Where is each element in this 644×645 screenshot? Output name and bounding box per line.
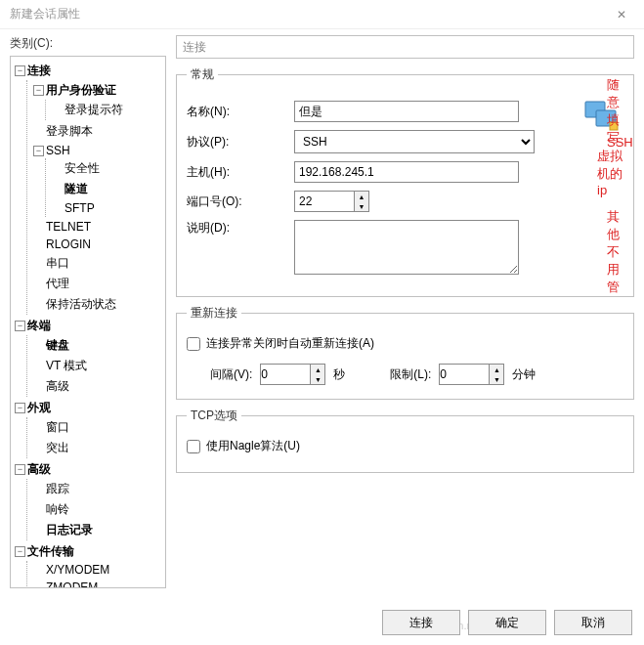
min-label: 分钟 — [512, 366, 536, 383]
tree-window[interactable]: 窗口 — [31, 418, 163, 437]
desc-textarea[interactable] — [294, 220, 519, 275]
auto-reconnect-label: 连接异常关闭时自动重新连接(A) — [206, 335, 374, 352]
tree-highlight[interactable]: 突出 — [31, 439, 163, 457]
tree-logging[interactable]: 日志记录 — [31, 521, 163, 539]
collapse-icon[interactable]: − — [33, 85, 44, 96]
close-button[interactable]: ✕ — [599, 0, 644, 29]
tree-login-prompt[interactable]: 登录提示符 — [50, 101, 163, 119]
sec-label: 秒 — [333, 366, 345, 383]
tree-proxy[interactable]: 代理 — [31, 275, 163, 293]
tree-filetransfer[interactable]: −文件传输 — [13, 542, 163, 561]
footer: 连接 确定 取消 — [382, 610, 632, 635]
tree-ssh-security[interactable]: 安全性 — [50, 159, 163, 178]
tree-login-script[interactable]: 登录脚本 — [31, 122, 163, 141]
protocol-label: 协议(P): — [187, 134, 294, 150]
collapse-icon[interactable]: − — [15, 546, 25, 557]
category-tree[interactable]: −连接 −用户身份验证 登录提示符 登录脚本 −SSH 安全性 隧道 SFTP — [10, 56, 166, 588]
general-group: 常规 名称(N): 随意填写 协议(P): SSH SSH 主机(H): 虚拟机… — [176, 66, 634, 297]
up-icon[interactable]: ▲ — [311, 365, 324, 374]
tree-serial[interactable]: 串口 — [31, 254, 163, 273]
cancel-button[interactable]: 取消 — [554, 610, 632, 635]
tcp-group: TCP选项 使用Nagle算法(U) — [176, 408, 634, 473]
tree-ssh-sftp[interactable]: SFTP — [50, 200, 163, 216]
nagle-checkbox[interactable] — [187, 440, 200, 453]
tree-auth[interactable]: −用户身份验证 — [31, 81, 163, 100]
port-label: 端口号(O): — [187, 194, 294, 210]
collapse-icon[interactable]: − — [15, 403, 25, 413]
up-icon[interactable]: ▲ — [490, 365, 503, 374]
general-legend: 常规 — [187, 66, 218, 83]
reconnect-legend: 重新连接 — [187, 305, 241, 322]
down-icon[interactable]: ▼ — [355, 201, 368, 211]
tree-trace[interactable]: 跟踪 — [31, 480, 163, 498]
down-icon[interactable]: ▼ — [311, 374, 324, 384]
port-spinner[interactable]: ▲▼ — [294, 191, 369, 212]
tree-xymodem[interactable]: X/YMODEM — [31, 562, 163, 578]
tree-keyboard[interactable]: 键盘 — [31, 336, 163, 355]
tree-keepalive[interactable]: 保持活动状态 — [31, 295, 163, 314]
close-icon: ✕ — [617, 8, 626, 22]
collapse-icon[interactable]: − — [15, 65, 25, 76]
tree-bell[interactable]: 响铃 — [31, 500, 163, 519]
tree-telnet[interactable]: TELNET — [31, 219, 163, 235]
limit-label: 限制(L): — [390, 366, 431, 383]
interval-spinner[interactable]: ▲▼ — [260, 364, 325, 385]
tree-rlogin[interactable]: RLOGIN — [31, 236, 163, 252]
host-label: 主机(H): — [187, 164, 294, 181]
nagle-label: 使用Nagle算法(U) — [206, 438, 300, 454]
collapse-icon[interactable]: − — [15, 321, 25, 331]
tree-terminal[interactable]: −终端 — [13, 317, 163, 335]
auto-reconnect-checkbox[interactable] — [187, 337, 200, 351]
host-input[interactable] — [294, 161, 519, 183]
tree-zmodem[interactable]: ZMODEM — [31, 580, 163, 588]
tree-connection[interactable]: −连接 — [13, 62, 163, 80]
desc-label: 说明(D): — [187, 220, 294, 236]
tree-vt[interactable]: VT 模式 — [31, 357, 163, 375]
port-input[interactable] — [295, 192, 354, 211]
ok-button[interactable]: 确定 — [468, 610, 546, 635]
tree-advanced[interactable]: −高级 — [13, 460, 163, 479]
tree-ssh-tunnel[interactable]: 隧道 — [50, 180, 163, 198]
window-title: 新建会话属性 — [10, 6, 80, 22]
titlebar: 新建会话属性 ✕ — [0, 0, 644, 29]
reconnect-group: 重新连接 连接异常关闭时自动重新连接(A) 间隔(V): ▲▼ 秒 限制(L):… — [176, 305, 634, 400]
tree-term-adv[interactable]: 高级 — [31, 377, 163, 396]
interval-label: 间隔(V): — [210, 366, 252, 383]
connect-button[interactable]: 连接 — [382, 610, 460, 635]
protocol-select[interactable]: SSH — [294, 130, 535, 153]
breadcrumb: 连接 — [176, 35, 634, 59]
up-icon[interactable]: ▲ — [355, 192, 368, 201]
tcp-legend: TCP选项 — [187, 408, 241, 424]
down-icon[interactable]: ▼ — [490, 374, 503, 384]
collapse-icon[interactable]: − — [33, 146, 44, 156]
interval-input[interactable] — [261, 365, 310, 384]
host-note: 虚拟机的ip — [597, 148, 623, 197]
collapse-icon[interactable]: − — [15, 464, 25, 475]
category-label: 类别(C): — [10, 35, 166, 52]
name-label: 名称(N): — [187, 104, 294, 120]
limit-spinner[interactable]: ▲▼ — [439, 364, 504, 385]
tree-appearance[interactable]: −外观 — [13, 399, 163, 417]
limit-input[interactable] — [440, 365, 489, 384]
name-input[interactable] — [294, 101, 519, 122]
tree-ssh[interactable]: −SSH — [31, 143, 163, 158]
